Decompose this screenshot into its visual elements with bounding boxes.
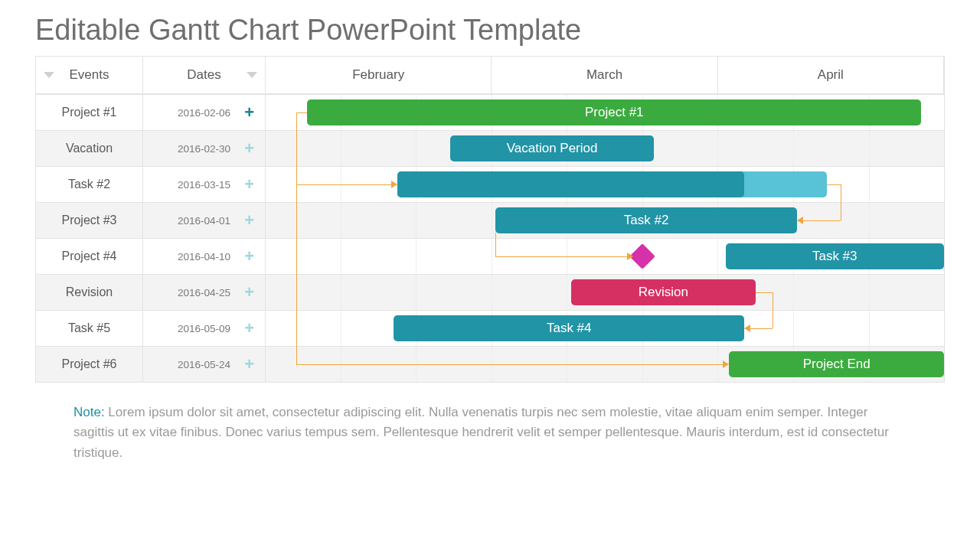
timeline-cell: Project #1 — [266, 94, 944, 130]
connector-line — [296, 112, 297, 364]
connector-line — [749, 328, 773, 329]
connector-line — [773, 292, 773, 328]
header-month: April — [718, 56, 944, 94]
event-cell: Project #6 — [36, 346, 143, 382]
connector-line — [841, 184, 841, 220]
connector-line — [495, 233, 496, 256]
date-cell: 2016-05-24+ — [143, 346, 266, 382]
expand-icon[interactable]: + — [244, 248, 254, 265]
chevron-down-icon[interactable] — [247, 72, 257, 78]
gantt-bar[interactable]: Revision — [571, 279, 756, 305]
event-cell: Task #2 — [36, 166, 143, 202]
gantt-row: Revision2016-04-25+Revision — [36, 274, 944, 310]
event-cell: Vacation — [36, 130, 143, 166]
note-label: Note: — [74, 405, 105, 419]
gantt-bar[interactable]: Project End — [729, 351, 944, 377]
connector-line — [296, 364, 723, 365]
gantt-bar[interactable]: Project #1 — [307, 99, 921, 126]
date-cell: 2016-04-25+ — [143, 274, 266, 310]
expand-icon[interactable]: + — [244, 176, 254, 193]
connector-line — [827, 184, 841, 185]
gantt-bar[interactable]: Vacation Period — [450, 135, 654, 161]
date-cell: 2016-05-09+ — [143, 310, 266, 346]
connector-line — [296, 112, 307, 113]
date-cell: 2016-04-01+ — [143, 202, 266, 238]
connector-line — [802, 220, 841, 221]
note-text: Lorem ipsum dolor sit amet, consectetur … — [74, 405, 889, 460]
expand-icon[interactable]: + — [244, 356, 254, 373]
expand-icon[interactable]: + — [244, 140, 254, 157]
gantt-row: Project #12016-02-06+Project #1 — [36, 94, 944, 130]
expand-icon[interactable]: + — [244, 104, 254, 121]
event-cell: Project #1 — [36, 94, 143, 130]
gantt-row: Project #42016-04-10+Task #3 — [36, 238, 944, 274]
date-cell: 2016-02-30+ — [143, 130, 266, 166]
gantt-bar[interactable]: Task #4 — [394, 315, 744, 341]
expand-icon[interactable]: + — [244, 320, 254, 337]
event-cell: Task #5 — [36, 310, 143, 346]
slide-title: Editable Gantt Chart PowerPoint Template — [35, 14, 945, 47]
header-dates-label: Dates — [187, 67, 220, 83]
date-cell: 2016-02-06+ — [143, 94, 266, 130]
gantt-chart: Events Dates FebruaryMarchApril Project … — [35, 56, 945, 383]
gantt-row: Task #52016-05-09+Task #4 — [36, 310, 944, 346]
connector-arrow-icon — [797, 217, 803, 224]
event-cell: Project #3 — [36, 202, 143, 238]
gantt-row: Vacation2016-02-30+Vacation Period — [36, 130, 944, 166]
header-dates[interactable]: Dates — [143, 56, 266, 94]
timeline-cell: Task #4 — [266, 310, 944, 346]
connector-arrow-icon — [391, 181, 397, 188]
chevron-down-icon[interactable] — [44, 72, 54, 78]
header-events[interactable]: Events — [36, 56, 143, 94]
date-cell: 2016-03-15+ — [143, 166, 266, 202]
event-cell: Project #4 — [36, 238, 143, 274]
connector-arrow-icon — [627, 253, 633, 260]
footer-note: Note: Lorem ipsum dolor sit amet, consec… — [74, 403, 906, 463]
connector-arrow-icon — [744, 324, 750, 332]
expand-icon[interactable]: + — [244, 212, 254, 229]
event-cell: Revision — [36, 274, 143, 310]
header-events-label: Events — [70, 67, 109, 83]
gantt-bar[interactable]: Task #2 — [495, 207, 797, 233]
date-cell: 2016-04-10+ — [143, 238, 266, 274]
connector-line — [495, 256, 629, 257]
expand-icon[interactable]: + — [244, 284, 254, 301]
gantt-row: Task #22016-03-15+Task #1 — [36, 166, 944, 202]
timeline-cell: Revision — [266, 274, 944, 310]
timeline-cell: Task #2 — [266, 202, 944, 238]
connector-line — [756, 292, 773, 293]
gantt-bar[interactable]: Task #3 — [726, 243, 944, 269]
timeline-cell: Vacation Period — [266, 130, 944, 166]
gantt-header: Events Dates FebruaryMarchApril — [36, 56, 944, 94]
connector-line — [296, 184, 391, 185]
connector-arrow-icon — [723, 360, 729, 368]
header-month: March — [492, 56, 717, 94]
header-month: February — [266, 56, 492, 94]
gantt-bar[interactable] — [397, 171, 744, 197]
